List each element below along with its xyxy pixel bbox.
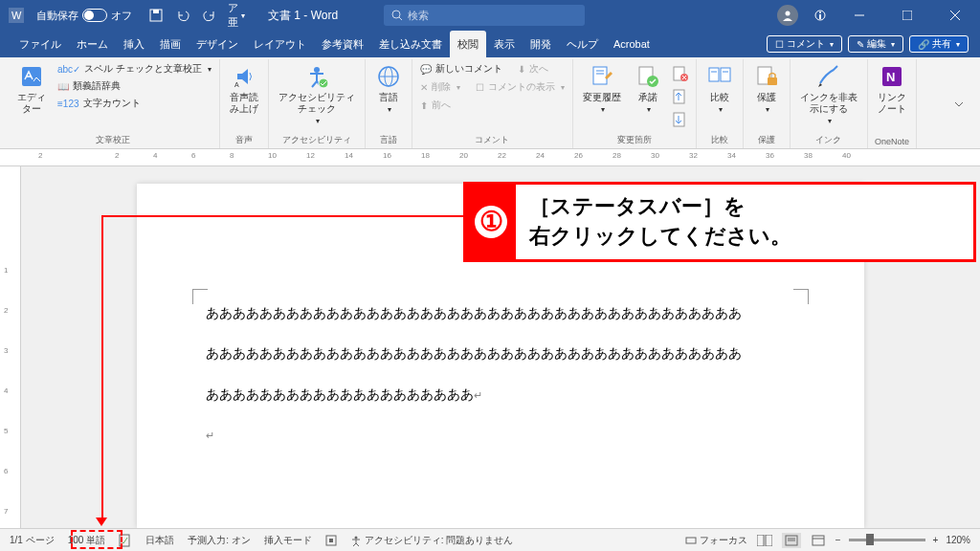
next-comment-button[interactable]: ⬇ 次へ bbox=[516, 61, 550, 77]
read-mode-button[interactable] bbox=[755, 533, 774, 548]
word-count-button[interactable]: ≡123 文字カウント bbox=[56, 96, 213, 111]
paragraph[interactable]: ああああああああああああああああああああ↵ bbox=[206, 384, 795, 405]
zoom-out-button[interactable]: − bbox=[835, 535, 841, 545]
tab-参考資料[interactable]: 参考資料 bbox=[314, 31, 371, 57]
search-box[interactable] bbox=[384, 5, 585, 26]
tab-開発[interactable]: 開発 bbox=[523, 31, 559, 57]
word-icon: W bbox=[8, 7, 25, 24]
editor-button[interactable]: エディ ター bbox=[13, 61, 50, 117]
autosave-toggle[interactable]: 自動保存 オフ bbox=[36, 9, 132, 23]
delete-comment-button[interactable]: ✕ 削除 ▾ bbox=[418, 79, 462, 95]
status-bar[interactable]: 1/1 ページ 100 単語 日本語 予測入力: オン 挿入モード アクセシビリ… bbox=[0, 528, 980, 551]
save-button[interactable] bbox=[147, 7, 165, 24]
onenote-icon: N bbox=[879, 63, 905, 90]
paragraph[interactable]: ↵ bbox=[206, 424, 795, 445]
previous-change-button[interactable] bbox=[671, 88, 690, 105]
collapse-ribbon-button[interactable] bbox=[946, 95, 972, 114]
ribbon-group-speech: A 音声読 み上げ 音声 bbox=[220, 59, 269, 148]
reject-button[interactable] bbox=[671, 65, 690, 82]
accessibility-check-button[interactable]: アクセシビリティ チェック▾ bbox=[275, 61, 359, 128]
zoom-level[interactable]: 120% bbox=[946, 535, 970, 545]
svg-text:A: A bbox=[234, 81, 239, 88]
ribbon-group-proofing: エディ ター abc✓ スペル チェックと文章校正 ▾ 📖 類義語辞典 ≡123… bbox=[8, 59, 220, 148]
comments-button[interactable]: ☐ コメント ▾ bbox=[767, 35, 842, 53]
show-comments-button[interactable]: ☐ コメントの表示 ▾ bbox=[474, 79, 567, 95]
accessibility-icon bbox=[303, 63, 330, 90]
zoom-slider[interactable] bbox=[849, 539, 925, 541]
ribbon-group-accessibility: アクセシビリティ チェック▾ アクセシビリティ bbox=[269, 59, 366, 148]
minimize-button[interactable] bbox=[842, 0, 877, 31]
accessibility-indicator[interactable]: アクセシビリティ: 問題ありません bbox=[350, 534, 514, 547]
svg-line-5 bbox=[399, 17, 402, 20]
spellcheck-button[interactable]: abc✓ スペル チェックと文章校正 ▾ bbox=[56, 61, 213, 77]
maximize-button[interactable] bbox=[890, 0, 924, 31]
account-avatar[interactable] bbox=[777, 5, 798, 26]
tab-デザイン[interactable]: デザイン bbox=[189, 31, 246, 57]
compare-button[interactable]: 比較▾ bbox=[702, 61, 737, 117]
track-changes-button[interactable]: 変更履歴▾ bbox=[579, 61, 625, 117]
tab-描画[interactable]: 描画 bbox=[152, 31, 189, 57]
tab-挿入[interactable]: 挿入 bbox=[116, 31, 152, 57]
paragraph-mark-icon: ↵ bbox=[474, 389, 482, 401]
redo-button[interactable] bbox=[201, 7, 218, 24]
margin-corner-tl bbox=[192, 289, 208, 304]
protect-button[interactable]: 保護▾ bbox=[749, 61, 784, 117]
prev-comment-button[interactable]: ⬆ 前へ bbox=[418, 98, 567, 113]
accessibility-icon bbox=[350, 535, 362, 546]
accept-button[interactable]: 承諾▾ bbox=[631, 61, 665, 117]
macro-indicator[interactable] bbox=[325, 535, 337, 546]
svg-rect-31 bbox=[721, 68, 730, 81]
print-layout-button[interactable] bbox=[782, 533, 801, 548]
share-button[interactable]: 🔗 共有 ▾ bbox=[909, 35, 969, 53]
linked-notes-button[interactable]: N リンク ノート bbox=[874, 61, 910, 117]
editing-mode-button[interactable]: ✎ 編集 ▾ bbox=[848, 35, 903, 53]
language-button[interactable]: 言語▾ bbox=[371, 61, 406, 117]
undo-button[interactable] bbox=[174, 7, 191, 24]
help-button[interactable] bbox=[812, 7, 829, 24]
tab-ヘルプ[interactable]: ヘルプ bbox=[559, 31, 606, 57]
tab-校閲[interactable]: 校閲 bbox=[450, 31, 486, 57]
margin-corner-tr bbox=[793, 289, 809, 304]
tab-Acrobat[interactable]: Acrobat bbox=[606, 31, 657, 57]
annotation-arrow bbox=[101, 215, 463, 217]
search-input[interactable] bbox=[408, 10, 577, 21]
svg-point-16 bbox=[314, 67, 320, 73]
thesaurus-button[interactable]: 📖 類義語辞典 bbox=[56, 78, 213, 94]
qat-font-button[interactable]: ア亜▾ bbox=[228, 7, 245, 24]
language-indicator[interactable]: 日本語 bbox=[145, 534, 174, 547]
accept-icon bbox=[635, 63, 661, 90]
page-indicator[interactable]: 1/1 ページ bbox=[10, 534, 55, 547]
read-aloud-button[interactable]: A 音声読 み上げ bbox=[226, 61, 262, 117]
web-layout-button[interactable] bbox=[809, 533, 828, 548]
insert-mode-indicator[interactable]: 挿入モード bbox=[264, 534, 312, 547]
ribbon-group-compare: 比較▾ 比較 bbox=[697, 59, 744, 148]
new-comment-button[interactable]: 💬 新しいコメント bbox=[418, 61, 504, 77]
vertical-ruler[interactable]: 12345678 bbox=[0, 166, 21, 528]
ribbon-group-tracking: 変更履歴▾ 承諾▾ 変更箇所 bbox=[573, 59, 697, 148]
svg-rect-44 bbox=[766, 535, 772, 546]
svg-rect-9 bbox=[819, 14, 821, 19]
pen-icon bbox=[815, 63, 842, 90]
lock-icon bbox=[753, 63, 780, 90]
next-change-button[interactable] bbox=[671, 111, 690, 128]
paragraph[interactable]: ああああああああああああああああああああああああああああああああああああああああ bbox=[206, 342, 795, 364]
paragraph[interactable]: ああああああああああああああああああああああああああああああああああああああああ bbox=[206, 302, 795, 323]
hide-ink-button[interactable]: インクを非表 示にする▾ bbox=[796, 61, 861, 128]
paragraph-mark-icon: ↵ bbox=[206, 430, 214, 441]
document-title: 文書 1 - Word bbox=[268, 8, 338, 24]
annotation-arrow bbox=[101, 215, 103, 519]
tab-レイアウト[interactable]: レイアウト bbox=[246, 31, 314, 57]
svg-point-6 bbox=[786, 11, 791, 16]
annotation-callout: ① ［ステータスバー］を右クリックしてください。 bbox=[463, 182, 976, 262]
svg-rect-35 bbox=[768, 77, 777, 85]
close-button[interactable] bbox=[938, 0, 972, 31]
zoom-in-button[interactable]: + bbox=[933, 535, 939, 545]
predictive-input-indicator[interactable]: 予測入力: オン bbox=[188, 534, 251, 547]
focus-mode-button[interactable]: フォーカス bbox=[685, 534, 747, 547]
horizontal-ruler[interactable]: 2246810121416182022242628303234363840 bbox=[0, 149, 980, 166]
tab-表示[interactable]: 表示 bbox=[486, 31, 523, 57]
tab-差し込み文書[interactable]: 差し込み文書 bbox=[371, 31, 450, 57]
tab-ファイル[interactable]: ファイル bbox=[11, 31, 69, 57]
svg-rect-43 bbox=[757, 535, 764, 546]
tab-ホーム[interactable]: ホーム bbox=[69, 31, 116, 57]
